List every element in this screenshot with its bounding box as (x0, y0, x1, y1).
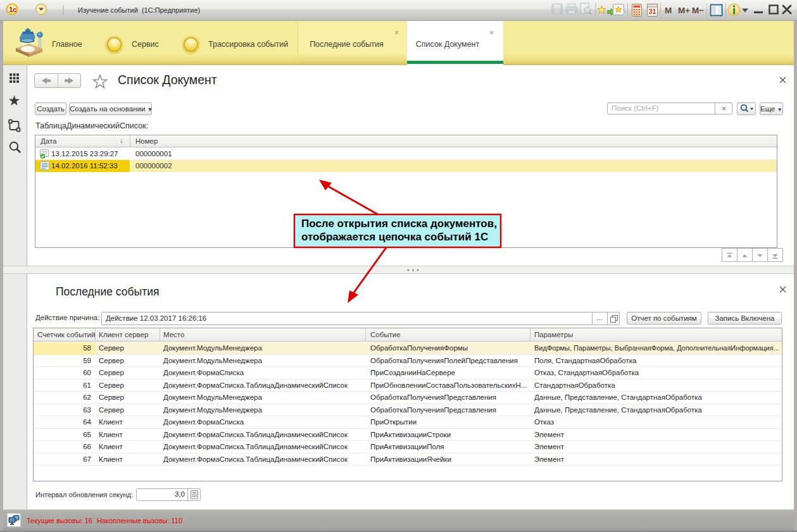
svg-text:M+: M+ (678, 6, 690, 15)
svg-text:M: M (665, 6, 672, 15)
svg-text:M−: M− (692, 6, 704, 15)
svg-text:1с: 1с (9, 6, 16, 13)
svg-text:31: 31 (649, 8, 656, 15)
